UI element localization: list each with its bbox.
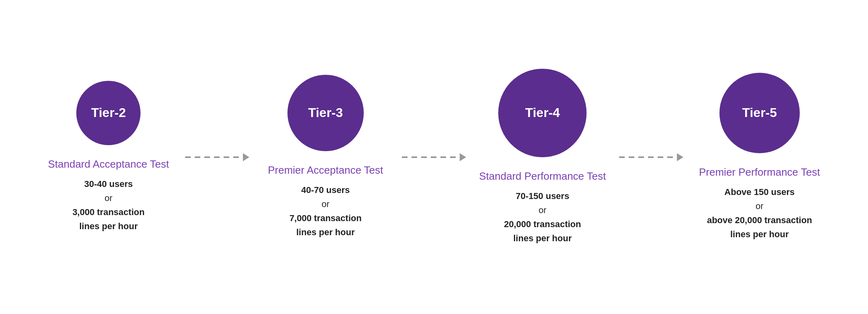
tier-4-test-name: Standard Performance Test xyxy=(479,170,606,183)
tier-5-desc: Above 150 users or above 20,000 transact… xyxy=(707,185,812,242)
connector-3 xyxy=(619,153,683,161)
connector-2 xyxy=(402,153,466,161)
tier-4-label: Tier-4 xyxy=(525,105,560,120)
tier-3-desc: 40-70 users or 7,000 transaction lines p… xyxy=(289,183,362,240)
tier-2-test-name: Standard Acceptance Test xyxy=(48,158,169,170)
arrowhead-1 xyxy=(243,153,249,161)
arrowhead-2 xyxy=(460,153,466,161)
tier-5-column: Tier-5 Premier Performance Test Above 15… xyxy=(683,73,836,242)
tier-5-label: Tier-5 xyxy=(742,105,777,120)
dashed-line-1 xyxy=(185,156,243,158)
tier-5-circle: Tier-5 xyxy=(719,73,800,153)
tier-3-label: Tier-3 xyxy=(308,105,343,120)
tier-2-column: Tier-2 Standard Acceptance Test 30-40 us… xyxy=(32,81,185,234)
dashed-line-2 xyxy=(402,156,460,158)
dashed-line-3 xyxy=(619,156,677,158)
tier-3-test-name: Premier Acceptance Test xyxy=(268,164,383,176)
tier-4-desc: 70-150 users or 20,000 transaction lines… xyxy=(504,189,581,246)
tier-3-circle: Tier-3 xyxy=(287,75,364,151)
dashed-arrow-2 xyxy=(402,153,466,161)
tier-2-label: Tier-2 xyxy=(91,105,126,120)
connector-1 xyxy=(185,153,249,161)
tier-2-desc: 30-40 users or 3,000 transaction lines p… xyxy=(72,177,145,234)
dashed-arrow-3 xyxy=(619,153,683,161)
tier-5-test-name: Premier Performance Test xyxy=(699,166,820,179)
tier-4-circle: Tier-4 xyxy=(498,69,587,157)
tier-2-circle: Tier-2 xyxy=(76,81,141,145)
dashed-arrow-1 xyxy=(185,153,249,161)
tier-diagram: Tier-2 Standard Acceptance Test 30-40 us… xyxy=(0,53,868,262)
arrowhead-3 xyxy=(677,153,683,161)
tier-3-column: Tier-3 Premier Acceptance Test 40-70 use… xyxy=(249,75,402,240)
tier-4-column: Tier-4 Standard Performance Test 70-150 … xyxy=(466,69,619,246)
